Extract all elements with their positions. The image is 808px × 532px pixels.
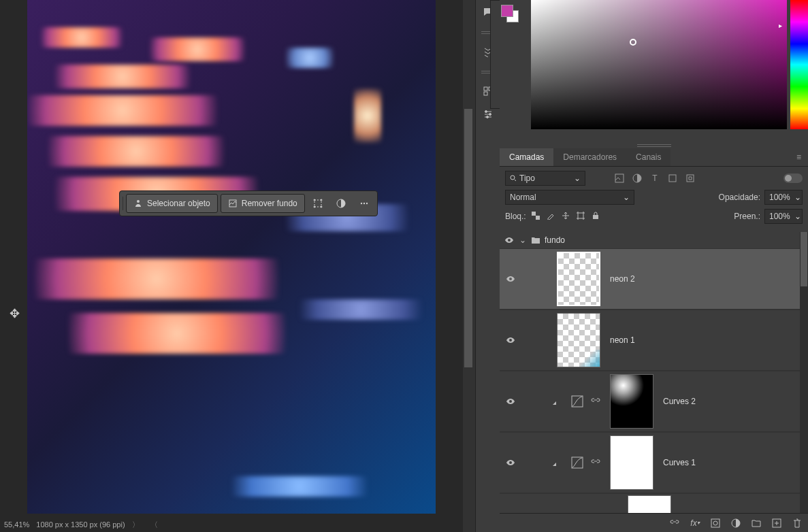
remove-bg-button[interactable]: Remover fundo (221, 194, 305, 213)
filter-shape-icon[interactable] (667, 173, 678, 184)
curves-adjustment-icon[interactable] (570, 395, 584, 408)
add-mask-icon[interactable] (710, 518, 721, 529)
opacity-dropdown[interactable]: 100% ⌄ (764, 190, 803, 205)
layer-row[interactable] (500, 493, 808, 514)
status-scroll-left-icon[interactable]: 〈 (150, 520, 158, 530)
layer-name[interactable]: Curves 2 (663, 397, 696, 406)
adjust-icon[interactable] (336, 199, 346, 208)
new-group-icon[interactable] (751, 518, 762, 529)
color-field[interactable] (531, 0, 787, 129)
mask-thumbnail[interactable] (628, 495, 671, 514)
svg-point-3 (314, 199, 315, 201)
svg-point-10 (366, 203, 368, 204)
select-object-button[interactable]: Selecionar objeto (126, 194, 218, 213)
document-canvas[interactable]: Selecionar objeto Remover fundo (27, 0, 436, 514)
layer-name[interactable]: Curves 1 (663, 458, 696, 467)
svg-point-9 (363, 203, 365, 204)
fill-dropdown[interactable]: 100% ⌄ (764, 209, 803, 224)
svg-point-6 (321, 206, 322, 207)
layer-list-scrollbar[interactable] (800, 232, 808, 514)
image-icon (228, 199, 238, 208)
layer-thumbnail[interactable] (557, 252, 600, 306)
clip-icon (553, 398, 562, 405)
svg-point-30 (713, 521, 717, 525)
svg-rect-13 (484, 92, 487, 95)
tab-layers[interactable]: Camadas (500, 148, 553, 166)
svg-rect-23 (532, 212, 536, 216)
collapse-icon[interactable]: ⌄ (519, 235, 527, 245)
tab-paths[interactable]: Demarcadores (553, 148, 626, 166)
layer-row[interactable]: Curves 2 (500, 371, 808, 432)
visibility-icon[interactable] (505, 273, 516, 284)
blend-mode-dropdown[interactable]: Normal ⌄ (505, 190, 634, 205)
delete-layer-icon[interactable] (792, 518, 803, 529)
svg-rect-26 (593, 215, 598, 219)
svg-point-4 (321, 199, 322, 201)
layer-group-row[interactable]: ⌄ fundo (500, 232, 808, 248)
svg-point-0 (137, 200, 140, 203)
visibility-icon[interactable] (505, 335, 516, 346)
filter-type-label: Tipo (519, 173, 535, 183)
filter-type-icon[interactable]: T (649, 173, 660, 184)
fill-label: Preen.: (734, 212, 760, 221)
svg-rect-22 (687, 175, 694, 182)
person-icon (133, 199, 143, 208)
svg-rect-11 (484, 87, 487, 90)
fill-value: 100% (769, 212, 790, 221)
doc-dimensions: 1080 px x 1350 px (96 ppi) (36, 520, 125, 529)
folder-icon (531, 236, 540, 244)
layer-style-icon[interactable]: fx▾ (690, 518, 700, 529)
contextual-toolbar: Selecionar objeto Remover fundo (119, 190, 378, 216)
chevron-down-icon: ⌄ (574, 173, 581, 183)
visibility-icon[interactable] (504, 235, 515, 246)
blend-mode-value: Normal (510, 193, 536, 202)
transform-icon[interactable] (313, 199, 323, 208)
svg-rect-2 (314, 200, 321, 207)
layer-row[interactable]: neon 1 (500, 310, 808, 371)
visibility-icon[interactable] (505, 396, 516, 407)
svg-point-8 (361, 203, 362, 204)
mask-thumbnail[interactable] (610, 435, 653, 490)
lock-brush-icon[interactable] (547, 212, 556, 221)
mask-thumbnail[interactable] (610, 374, 653, 429)
color-cursor (630, 39, 636, 46)
move-cursor-icon: ✥ (10, 306, 20, 321)
visibility-icon[interactable] (505, 457, 516, 468)
status-chevron-icon[interactable]: 〉 (132, 520, 140, 530)
filter-smartobj-icon[interactable] (685, 173, 696, 184)
zoom-level[interactable]: 55,41% (4, 520, 29, 529)
layer-name[interactable]: neon 2 (610, 274, 635, 284)
foreground-color[interactable] (501, 5, 513, 17)
panel-tabs: Camadas Demarcadores Canais ≡ (500, 148, 808, 167)
canvas-area: Selecionar objeto Remover fundo (0, 0, 463, 517)
layer-name[interactable]: neon 1 (610, 335, 635, 345)
lock-transparency-icon[interactable] (532, 212, 541, 221)
link-icon[interactable] (591, 459, 603, 466)
more-icon[interactable] (359, 199, 369, 208)
new-adjustment-icon[interactable] (730, 518, 741, 529)
svg-rect-25 (578, 213, 583, 218)
layer-thumbnail[interactable] (557, 313, 600, 367)
link-layers-icon[interactable] (669, 518, 680, 529)
lock-all-icon[interactable] (592, 212, 601, 221)
panel-menu-icon[interactable]: ≡ (790, 148, 808, 166)
canvas-vertical-scrollbar[interactable] (463, 0, 474, 517)
link-icon[interactable] (591, 398, 603, 405)
lock-position-icon[interactable] (562, 212, 571, 221)
lock-artboard-icon[interactable] (577, 212, 586, 221)
tab-channels[interactable]: Canais (626, 148, 670, 166)
filter-adjustment-icon[interactable] (632, 173, 643, 184)
status-bar: 55,41% 1080 px x 1350 px (96 ppi) 〉 〈 (0, 517, 463, 532)
curves-adjustment-icon[interactable] (570, 456, 584, 469)
chevron-down-icon: ⌄ (794, 212, 801, 221)
svg-point-14 (485, 111, 487, 113)
layer-row[interactable]: neon 2 (500, 248, 808, 310)
new-layer-icon[interactable] (771, 518, 782, 529)
svg-point-18 (511, 176, 515, 180)
group-name[interactable]: fundo (545, 235, 565, 245)
hue-slider[interactable] (790, 0, 808, 129)
layer-row[interactable]: Curves 1 (500, 432, 808, 493)
filter-pixel-icon[interactable] (614, 173, 625, 184)
layer-filter-type[interactable]: Tipo ⌄ (505, 171, 585, 186)
filter-toggle[interactable] (783, 173, 803, 183)
